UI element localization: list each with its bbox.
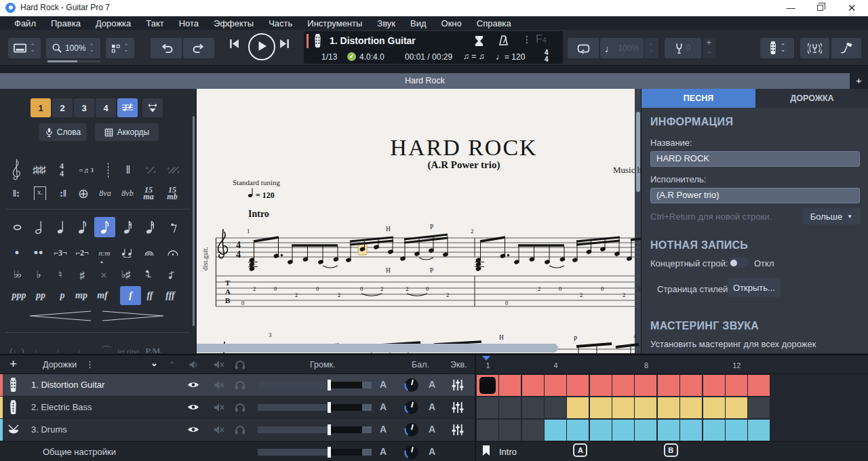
new-tab-button[interactable]: + (850, 73, 868, 89)
double-simile-mark-tool[interactable] (163, 159, 183, 181)
bar-cell[interactable] (499, 420, 521, 441)
menu-item[interactable]: Инструменты (300, 18, 370, 28)
heavy-accent-tool[interactable]: ♩ (50, 340, 71, 353)
bar-cell[interactable] (567, 397, 589, 418)
bar-cell[interactable] (748, 375, 770, 396)
playhead-marker[interactable] (482, 356, 490, 361)
bar-cell[interactable] (658, 420, 679, 441)
ghost-note-tool[interactable]: (♩) (7, 340, 27, 353)
decrescendo-tool[interactable] (100, 310, 165, 321)
key-signature-tool[interactable]: ♯♯♯ (28, 159, 49, 181)
tie-tool[interactable] (117, 242, 137, 264)
menu-item[interactable]: Нота (172, 18, 206, 28)
view-mode-button[interactable]: ⌃⌄ (8, 38, 41, 58)
dynamic-f[interactable]: f (120, 286, 141, 305)
accidental-toggle-tool[interactable]: ♭♯ (115, 264, 136, 285)
quarter-note-tool[interactable] (50, 216, 71, 238)
menu-item[interactable]: Справка (469, 18, 519, 28)
zoom-mini-slider[interactable] (47, 60, 100, 62)
tab-track[interactable]: ДОРОЖКА (755, 89, 868, 108)
eighth-note-tool[interactable] (72, 216, 92, 238)
bar-cell[interactable] (726, 397, 747, 418)
free-time-barline-tool[interactable] (98, 159, 118, 181)
bar-cell[interactable] (726, 375, 747, 396)
grace-note-on-beat-tool[interactable] (161, 264, 182, 285)
dynamic-pp[interactable]: pp (31, 286, 51, 305)
bar-cell[interactable] (567, 420, 589, 441)
rest-tool[interactable] (163, 216, 184, 238)
time-signature-display[interactable]: 44 (545, 49, 549, 63)
double-dotted-note-tool[interactable]: •• (28, 242, 49, 264)
repeat-close-tool[interactable]: :‖ (53, 182, 73, 204)
bar-cell[interactable] (748, 397, 770, 418)
accent-note-tool[interactable]: ♩ (28, 340, 49, 353)
quindicesima-bassa-tool[interactable]: 15 mb (163, 182, 181, 204)
bar-cell[interactable] (590, 375, 612, 396)
bar-cell[interactable] (477, 397, 498, 418)
half-note-tool[interactable] (28, 216, 49, 238)
bar-cell[interactable] (499, 397, 521, 418)
bar-cell[interactable] (635, 397, 656, 418)
fermata-tool[interactable] (163, 242, 183, 264)
double-sharp-tool[interactable]: × (94, 264, 114, 285)
loop-button[interactable] (568, 38, 599, 58)
title-input[interactable]: HARD ROCK (650, 151, 860, 167)
menu-item[interactable]: Такт (138, 18, 171, 28)
bar-cell[interactable] (567, 375, 589, 396)
section-marker-name[interactable]: Intro (499, 447, 517, 457)
whole-note-tool[interactable] (7, 216, 27, 238)
multivoice-button[interactable] (117, 98, 138, 117)
arrange-voices-button[interactable] (142, 98, 163, 117)
close-button[interactable]: ✕ (840, 0, 863, 16)
more-button[interactable]: Больше▼ (802, 208, 861, 224)
natural-tool[interactable]: ♮ (50, 264, 71, 285)
let-ring-arcs-tool[interactable] (139, 242, 159, 264)
crescendo-tool[interactable] (28, 310, 93, 321)
bar-cell[interactable] (545, 375, 566, 396)
restore-button[interactable] (808, 0, 831, 16)
hourglass-icon[interactable] (475, 36, 484, 46)
score-view[interactable]: HARD ROCK (A.R Power trio) Music by Stan… (197, 89, 641, 353)
redo-button[interactable] (183, 38, 214, 58)
voice-2-button[interactable]: 2 (52, 98, 73, 117)
score-hscrollbar-thumb[interactable] (197, 344, 558, 353)
double-barline-tool[interactable]: ‖ (118, 159, 138, 181)
minimize-button[interactable]: — (779, 0, 802, 16)
clef-tool[interactable] (6, 159, 26, 181)
sharp-tool[interactable]: ♯ (72, 264, 92, 285)
bar-cell[interactable] (748, 420, 770, 441)
let-ring-tool[interactable]: let ring (117, 340, 140, 353)
dynamic-p[interactable]: p (52, 286, 73, 305)
bar-cell[interactable] (522, 397, 544, 418)
bracket-tool[interactable]: ⌒ (96, 340, 117, 353)
dotted-note-tool[interactable]: • (7, 242, 27, 264)
bar-cell[interactable] (499, 375, 521, 396)
voice-4-button[interactable]: 4 (96, 98, 116, 117)
ottava-bassa-tool[interactable]: 8vb (117, 182, 138, 204)
bar-cell[interactable] (612, 375, 634, 396)
minus-button[interactable]: − (703, 47, 715, 57)
ottava-alta-tool[interactable]: 8va (95, 182, 115, 204)
section-letter-marker[interactable]: B (664, 443, 678, 457)
bar-cell[interactable] (612, 420, 634, 441)
next-bar-button[interactable] (279, 39, 290, 49)
triplet-tool[interactable]: ⌐3¬ (50, 242, 71, 264)
transpose-stepper[interactable]: + − (703, 38, 715, 58)
bar-cell[interactable] (590, 397, 612, 418)
voice-3-button[interactable]: 3 (74, 98, 94, 117)
menu-item[interactable]: Окно (434, 18, 469, 28)
duplet-tool[interactable]: ⌐2¬ (72, 242, 92, 264)
menu-item[interactable]: Звук (370, 18, 403, 28)
bar-cell[interactable] (477, 375, 498, 396)
menu-item[interactable]: Эффекты (206, 18, 261, 28)
play-button[interactable] (248, 33, 275, 60)
menu-item[interactable]: Файл (7, 18, 43, 28)
bar-cell[interactable] (635, 375, 656, 396)
metronome-icon[interactable] (499, 35, 508, 45)
bar-cell[interactable] (680, 420, 702, 441)
current-track-name[interactable]: 1. Distortion Guitar (330, 35, 416, 46)
bar-cell[interactable] (658, 375, 679, 396)
repeat-open-tool[interactable]: ‖: (6, 182, 26, 204)
tuplet-feel-tool[interactable]: =♬3 (76, 159, 96, 181)
simile-mark-tool[interactable] (140, 159, 161, 181)
